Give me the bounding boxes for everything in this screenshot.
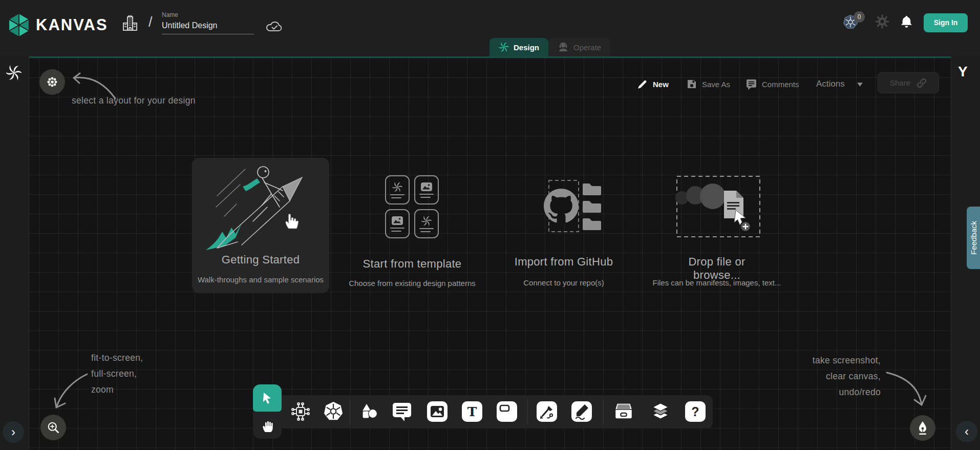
actions-hint-arrow bbox=[881, 366, 932, 413]
design-spiral-icon bbox=[499, 42, 509, 52]
pan-tool[interactable] bbox=[253, 412, 282, 439]
hint-line: undo/redo bbox=[789, 384, 881, 400]
template-tile-image bbox=[385, 209, 410, 238]
component-tool[interactable] bbox=[290, 401, 311, 422]
top-header: KANVAS / Name Untitled Design bbox=[0, 0, 980, 56]
hand-icon bbox=[261, 418, 274, 433]
rocket-rider-illustration bbox=[202, 160, 319, 253]
kubernetes-tool[interactable] bbox=[323, 401, 344, 422]
select-tool[interactable] bbox=[253, 384, 282, 412]
feedback-tab[interactable]: Feedback bbox=[967, 207, 980, 269]
comment-icon bbox=[745, 78, 757, 90]
pen-tool[interactable] bbox=[536, 401, 558, 422]
tab-design[interactable]: Design bbox=[489, 38, 548, 56]
drop-file-illustration bbox=[671, 173, 763, 241]
kubernetes-status-button[interactable]: 0 bbox=[842, 14, 865, 31]
zoom-controls-button[interactable] bbox=[40, 415, 66, 440]
design-name-input[interactable]: Untitled Design bbox=[162, 21, 254, 34]
github-import-illustration bbox=[527, 177, 609, 240]
sign-in-button[interactable]: Sign In bbox=[924, 13, 968, 32]
folder-icons bbox=[583, 183, 601, 230]
select-pan-tool-group bbox=[253, 384, 282, 439]
help-tool-glyph: ? bbox=[691, 404, 699, 419]
layers-icon bbox=[650, 401, 671, 422]
hint-line: take screenshot, bbox=[789, 353, 881, 369]
layout-picker-button[interactable] bbox=[39, 69, 65, 95]
hint-line: fit-to-screen, bbox=[91, 350, 143, 366]
brand-name: KANVAS bbox=[36, 16, 108, 34]
component-chip-icon bbox=[290, 401, 311, 422]
caret-down-icon bbox=[857, 81, 863, 87]
template-tile-spiral bbox=[414, 209, 439, 238]
settings-gear-icon[interactable] bbox=[875, 14, 889, 31]
layout-hint-text: select a layout for your design bbox=[72, 95, 196, 106]
drawer-tool[interactable] bbox=[613, 401, 634, 422]
chevron-left-icon: ‹ bbox=[965, 424, 969, 439]
comments-label: Comments bbox=[762, 80, 799, 89]
comment-tool[interactable] bbox=[391, 401, 413, 422]
template-tile-spiral bbox=[385, 175, 410, 204]
pencil-tool[interactable] bbox=[571, 401, 592, 422]
layers-tool[interactable] bbox=[650, 401, 671, 422]
link-icon bbox=[917, 78, 927, 88]
card-drop-file[interactable]: Drop file or browse... Files can be mani… bbox=[671, 169, 763, 292]
operate-headset-icon bbox=[558, 42, 569, 53]
cloud-saved-icon bbox=[265, 18, 284, 36]
header-right-cluster: 0 bbox=[842, 0, 968, 45]
hint-line: full-screen, bbox=[91, 366, 143, 382]
mode-tabs: Design Operate bbox=[489, 38, 610, 56]
drawer-archive-icon bbox=[613, 401, 634, 422]
text-tool[interactable]: T bbox=[461, 401, 483, 422]
template-tile-image bbox=[414, 175, 439, 204]
shapes-tool[interactable] bbox=[358, 401, 379, 422]
image-tool[interactable] bbox=[427, 401, 448, 422]
k8s-context-badge: 0 bbox=[854, 11, 865, 23]
card-title: Getting Started bbox=[192, 253, 329, 267]
card-subtitle: Choose from existing design patterns bbox=[346, 279, 479, 288]
rail-spiral-icon[interactable] bbox=[6, 65, 22, 83]
frame-tool[interactable] bbox=[496, 401, 518, 422]
kubernetes-wheel-icon bbox=[323, 401, 344, 422]
new-button[interactable]: New bbox=[636, 75, 669, 93]
card-subtitle: Walk-throughs and sample scenarios bbox=[192, 275, 329, 284]
card-import-github[interactable]: Import from GitHub Connect to your repo(… bbox=[512, 169, 615, 292]
zoom-hint-text: fit-to-screen, full-screen, zoom bbox=[91, 350, 143, 398]
chevron-right-icon: › bbox=[11, 425, 15, 439]
spiral-icon bbox=[392, 182, 402, 192]
cursor-arrow-icon bbox=[261, 392, 273, 405]
help-tool[interactable]: ? bbox=[685, 401, 706, 422]
rail-y-logo[interactable]: Y bbox=[958, 64, 968, 80]
image-icon bbox=[427, 401, 448, 422]
notifications-bell-icon[interactable] bbox=[900, 15, 913, 31]
floppy-icon bbox=[686, 78, 697, 90]
actions-dropdown[interactable]: Actions bbox=[816, 75, 863, 93]
pen-nib-icon bbox=[915, 420, 930, 436]
expand-left-panel-button[interactable]: › bbox=[3, 421, 24, 443]
hand-pointer-cursor bbox=[283, 210, 302, 230]
card-title: Import from GitHub bbox=[512, 255, 615, 269]
comments-button[interactable]: Comments bbox=[745, 75, 799, 93]
pen-path-icon bbox=[537, 401, 557, 422]
left-rail bbox=[0, 56, 29, 450]
frame-tab-icon bbox=[497, 401, 517, 422]
card-getting-started[interactable]: Getting Started Walk-throughs and sample… bbox=[192, 158, 329, 293]
building-icon[interactable] bbox=[121, 14, 139, 35]
tab-operate-label: Operate bbox=[573, 43, 601, 52]
save-as-button[interactable]: Save As bbox=[686, 75, 730, 93]
layout-flower-icon bbox=[46, 75, 59, 89]
tab-design-label: Design bbox=[514, 43, 539, 52]
collapse-right-panel-button[interactable]: ‹ bbox=[956, 421, 977, 442]
save-as-label: Save As bbox=[702, 80, 730, 89]
pencil-icon bbox=[636, 78, 648, 90]
pen-actions-button[interactable] bbox=[910, 415, 935, 441]
share-button[interactable]: Share bbox=[878, 72, 939, 93]
tab-operate[interactable]: Operate bbox=[548, 38, 610, 56]
image-icon bbox=[420, 182, 433, 192]
comment-icon bbox=[391, 401, 413, 422]
zoom-hint-arrow bbox=[49, 366, 97, 414]
zoom-in-icon bbox=[46, 420, 61, 435]
app-window: KANVAS / Name Untitled Design bbox=[0, 0, 980, 450]
hint-line: clear canvas, bbox=[789, 369, 881, 384]
card-start-from-template[interactable]: Start from template Choose from existing… bbox=[353, 169, 471, 292]
shapes-icon bbox=[358, 401, 379, 422]
